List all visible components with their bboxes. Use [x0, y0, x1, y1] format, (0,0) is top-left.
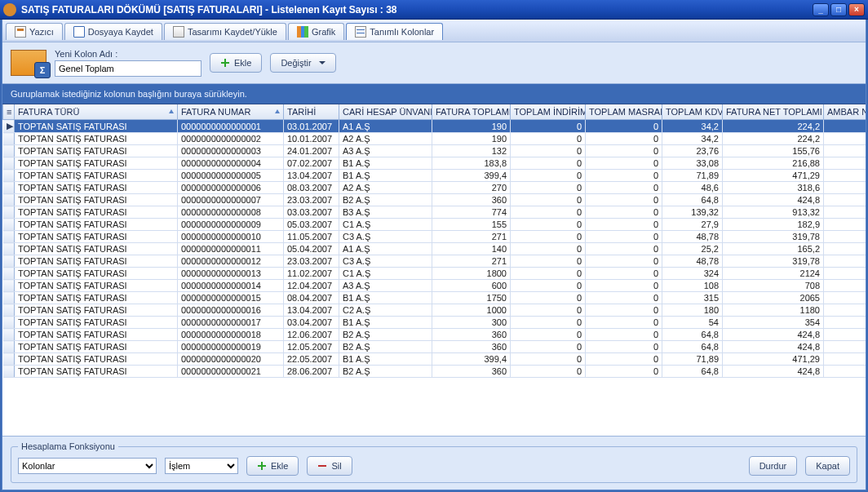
- row-indicator[interactable]: [3, 268, 15, 280]
- cell-disc[interactable]: 0: [511, 231, 586, 243]
- cell-kdv[interactable]: 324: [662, 268, 723, 280]
- cell-cust[interactable]: B1 A.Ş: [339, 157, 432, 170]
- cell-depot[interactable]: 1: [824, 219, 866, 231]
- cell-total[interactable]: 360: [432, 341, 511, 353]
- cell-no[interactable]: 0000000000000005: [178, 170, 284, 182]
- cell-depot[interactable]: 0: [824, 231, 866, 243]
- row-indicator[interactable]: [3, 366, 15, 378]
- column-header[interactable]: FATURA NET TOPLAMI: [723, 104, 824, 120]
- column-header[interactable]: TOPLAM İNDİRİM: [511, 104, 586, 120]
- cell-depot[interactable]: 1: [824, 329, 866, 341]
- cell-depot[interactable]: 1: [824, 255, 866, 268]
- cell-depot[interactable]: 0: [824, 268, 866, 280]
- row-indicator[interactable]: [3, 145, 15, 157]
- row-indicator[interactable]: [3, 133, 15, 145]
- cell-total[interactable]: 600: [432, 280, 511, 292]
- cell-cust[interactable]: B1 A.Ş: [339, 292, 432, 304]
- cell-kdv[interactable]: 180: [662, 304, 723, 317]
- cell-total[interactable]: 300: [432, 317, 511, 329]
- cell-cust[interactable]: A1 A.Ş: [339, 120, 432, 133]
- cell-type[interactable]: TOPTAN SATIŞ FATURASI: [15, 304, 178, 317]
- cell-type[interactable]: TOPTAN SATIŞ FATURASI: [15, 133, 178, 145]
- cell-depot[interactable]: 0: [824, 317, 866, 329]
- cell-total[interactable]: 271: [432, 231, 511, 243]
- data-grid[interactable]: ≡ FATURA TÜRÜ FATURA NUMAR TARİHİ CARİ H…: [2, 104, 866, 437]
- column-header[interactable]: FATURA NUMAR: [178, 104, 284, 120]
- cell-net[interactable]: 319,78: [723, 231, 824, 243]
- cell-net[interactable]: 155,76: [723, 145, 824, 157]
- minimize-button[interactable]: _: [813, 3, 829, 16]
- cell-cust[interactable]: B1 A.Ş: [339, 317, 432, 329]
- cell-cust[interactable]: C3 A.Ş: [339, 255, 432, 268]
- cell-type[interactable]: TOPTAN SATIŞ FATURASI: [15, 206, 178, 219]
- cell-type[interactable]: TOPTAN SATIŞ FATURASI: [15, 255, 178, 268]
- cell-exp[interactable]: 0: [586, 304, 662, 317]
- cell-no[interactable]: 0000000000000014: [178, 280, 284, 292]
- cell-type[interactable]: TOPTAN SATIŞ FATURASI: [15, 120, 178, 133]
- cell-disc[interactable]: 0: [511, 366, 586, 378]
- cell-depot[interactable]: 0: [824, 120, 866, 133]
- cell-type[interactable]: TOPTAN SATIŞ FATURASI: [15, 353, 178, 366]
- cell-kdv[interactable]: 71,89: [662, 170, 723, 182]
- cell-date[interactable]: 05.03.2007: [284, 219, 339, 231]
- row-indicator[interactable]: [3, 341, 15, 353]
- cell-exp[interactable]: 0: [586, 182, 662, 194]
- row-indicator[interactable]: [3, 219, 15, 231]
- table-row[interactable]: TOPTAN SATIŞ FATURASI000000000000000723.…: [3, 194, 866, 206]
- cell-no[interactable]: 0000000000000008: [178, 206, 284, 219]
- cell-net[interactable]: 318,6: [723, 182, 824, 194]
- cell-kdv[interactable]: 33,08: [662, 157, 723, 170]
- cell-disc[interactable]: 0: [511, 145, 586, 157]
- cell-exp[interactable]: 0: [586, 255, 662, 268]
- maximize-button[interactable]: □: [830, 3, 847, 16]
- cell-date[interactable]: 12.05.2007: [284, 341, 339, 353]
- cell-no[interactable]: 0000000000000015: [178, 292, 284, 304]
- row-indicator[interactable]: [3, 182, 15, 194]
- cell-total[interactable]: 183,8: [432, 157, 511, 170]
- cell-disc[interactable]: 0: [511, 317, 586, 329]
- cell-date[interactable]: 13.04.2007: [284, 170, 339, 182]
- cell-date[interactable]: 08.04.2007: [284, 292, 339, 304]
- cell-type[interactable]: TOPTAN SATIŞ FATURASI: [15, 219, 178, 231]
- cell-date[interactable]: 13.04.2007: [284, 304, 339, 317]
- cell-exp[interactable]: 0: [586, 145, 662, 157]
- cell-date[interactable]: 28.06.2007: [284, 366, 339, 378]
- cell-no[interactable]: 0000000000000020: [178, 353, 284, 366]
- cell-depot[interactable]: 0: [824, 206, 866, 219]
- row-indicator[interactable]: [3, 231, 15, 243]
- tab-save-file[interactable]: Dosyaya Kaydet: [64, 23, 162, 40]
- row-indicator[interactable]: [3, 329, 15, 341]
- column-header[interactable]: FATURA TOPLAMI: [432, 104, 511, 120]
- cell-no[interactable]: 0000000000000010: [178, 231, 284, 243]
- row-indicator[interactable]: [3, 194, 15, 206]
- table-row[interactable]: TOPTAN SATIŞ FATURASI000000000000001613.…: [3, 304, 866, 317]
- cell-exp[interactable]: 0: [586, 206, 662, 219]
- cell-exp[interactable]: 0: [586, 194, 662, 206]
- columns-select[interactable]: Kolonlar: [18, 458, 157, 474]
- cell-type[interactable]: TOPTAN SATIŞ FATURASI: [15, 317, 178, 329]
- cell-net[interactable]: 424,8: [723, 341, 824, 353]
- row-indicator[interactable]: [3, 317, 15, 329]
- cell-exp[interactable]: 0: [586, 268, 662, 280]
- cell-net[interactable]: 319,78: [723, 255, 824, 268]
- cell-kdv[interactable]: 48,78: [662, 231, 723, 243]
- cell-depot[interactable]: 1: [824, 170, 866, 182]
- cell-type[interactable]: TOPTAN SATIŞ FATURASI: [15, 243, 178, 255]
- cell-type[interactable]: TOPTAN SATIŞ FATURASI: [15, 231, 178, 243]
- row-indicator[interactable]: [3, 304, 15, 317]
- cell-no[interactable]: 0000000000000011: [178, 243, 284, 255]
- cell-disc[interactable]: 0: [511, 206, 586, 219]
- row-indicator[interactable]: [3, 280, 15, 292]
- cell-type[interactable]: TOPTAN SATIŞ FATURASI: [15, 194, 178, 206]
- cell-kdv[interactable]: 64,8: [662, 366, 723, 378]
- table-row[interactable]: TOPTAN SATIŞ FATURASI000000000000000210.…: [3, 133, 866, 145]
- row-indicator[interactable]: [3, 170, 15, 182]
- cell-no[interactable]: 0000000000000012: [178, 255, 284, 268]
- cell-disc[interactable]: 0: [511, 170, 586, 182]
- cell-net[interactable]: 471,29: [723, 170, 824, 182]
- cell-exp[interactable]: 0: [586, 292, 662, 304]
- cell-date[interactable]: 08.03.2007: [284, 182, 339, 194]
- cell-no[interactable]: 0000000000000006: [178, 182, 284, 194]
- cell-total[interactable]: 399,4: [432, 170, 511, 182]
- cell-type[interactable]: TOPTAN SATIŞ FATURASI: [15, 170, 178, 182]
